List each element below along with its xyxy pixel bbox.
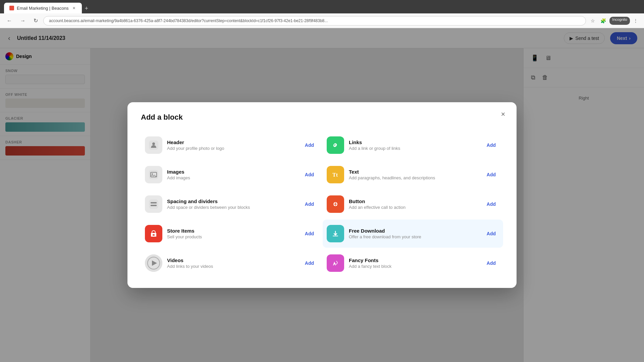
svg-rect-8 bbox=[149, 199, 158, 209]
images-block-info: Images Add images bbox=[167, 169, 297, 180]
fancy-block-info: Fancy Fonts Add a fancy text block bbox=[349, 257, 479, 269]
block-item-text[interactable]: Tt Text Add paragraphs, headlines, and d… bbox=[323, 161, 503, 189]
block-item-videos[interactable]: Videos Add links to your videos Add bbox=[141, 249, 321, 277]
forward-nav-btn[interactable]: → bbox=[17, 16, 28, 25]
images-block-desc: Add images bbox=[167, 175, 297, 180]
modal-overlay[interactable]: Add a block × Header Add your profile ph… bbox=[0, 28, 644, 362]
toolbar-icons: ☆ 🧩 Incognito ⋮ bbox=[589, 17, 640, 25]
spacing-block-name: Spacing and dividers bbox=[167, 198, 297, 204]
svg-rect-15 bbox=[153, 234, 155, 236]
block-item-fancy[interactable]: Fancy Fonts Add a fancy text block Add bbox=[323, 249, 503, 277]
button-block-name: Button bbox=[349, 198, 479, 204]
active-tab[interactable]: Email Marketing | Beacons ✕ bbox=[4, 3, 82, 13]
images-block-icon bbox=[145, 166, 162, 183]
text-block-icon: Tt bbox=[327, 166, 344, 183]
videos-block-desc: Add links to your videos bbox=[167, 264, 297, 269]
svg-point-5 bbox=[152, 173, 153, 175]
header-block-name: Header bbox=[167, 139, 297, 145]
svg-rect-10 bbox=[151, 205, 157, 206]
videos-block-name: Videos bbox=[167, 257, 297, 263]
videos-block-icon bbox=[145, 254, 162, 272]
spacing-block-info: Spacing and dividers Add space or divide… bbox=[167, 198, 297, 210]
button-block-info: Button Add an effective call to action bbox=[349, 198, 479, 210]
fancy-block-name: Fancy Fonts bbox=[349, 257, 479, 263]
spacing-add-button[interactable]: Add bbox=[302, 199, 317, 209]
address-bar[interactable]: account.beacons.ai/email-marketing/9a4b8… bbox=[43, 16, 586, 25]
links-block-desc: Add a link or group of links bbox=[349, 146, 479, 151]
free-download-block-desc: Offer a free download from your store bbox=[349, 234, 479, 239]
spacing-block-icon bbox=[145, 195, 162, 213]
header-block-desc: Add your profile photo or logo bbox=[167, 146, 297, 151]
videos-add-button[interactable]: Add bbox=[302, 258, 317, 268]
store-block-icon bbox=[145, 225, 162, 242]
bookmark-btn[interactable]: ☆ bbox=[589, 17, 597, 25]
text-block-desc: Add paragraphs, headlines, and descripti… bbox=[349, 175, 479, 180]
block-item-free-download[interactable]: Free Download Offer a free download from… bbox=[323, 220, 503, 248]
button-block-icon bbox=[327, 195, 344, 213]
svg-rect-21 bbox=[331, 258, 340, 268]
free-download-add-button[interactable]: Add bbox=[483, 229, 499, 238]
text-add-button[interactable]: Add bbox=[483, 170, 499, 179]
url-text: account.beacons.ai/email-marketing/9a4b8… bbox=[49, 18, 328, 23]
incognito-badge: Incognito bbox=[609, 17, 630, 25]
block-item-store[interactable]: Store Items Sell your products Add bbox=[141, 220, 321, 248]
block-item-header[interactable]: Header Add your profile photo or logo Ad… bbox=[141, 131, 321, 159]
images-block-name: Images bbox=[167, 169, 297, 175]
reload-btn[interactable]: ↻ bbox=[31, 16, 41, 25]
svg-point-1 bbox=[152, 142, 155, 145]
header-add-button[interactable]: Add bbox=[302, 140, 317, 150]
button-add-button[interactable]: Add bbox=[483, 199, 499, 209]
modal-close-button[interactable]: × bbox=[498, 109, 508, 120]
extension-btn[interactable]: 🧩 bbox=[598, 17, 608, 25]
tab-close-btn[interactable]: ✕ bbox=[71, 5, 76, 11]
links-add-button[interactable]: Add bbox=[483, 140, 499, 150]
free-download-block-name: Free Download bbox=[349, 228, 479, 234]
block-item-links[interactable]: Links Add a link or group of links Add bbox=[323, 131, 503, 159]
free-download-block-icon bbox=[327, 225, 344, 242]
text-block-info: Text Add paragraphs, headlines, and desc… bbox=[349, 169, 479, 180]
browser-chrome: Email Marketing | Beacons ✕ + bbox=[0, 0, 644, 13]
add-block-modal: Add a block × Header Add your profile ph… bbox=[127, 102, 517, 288]
links-block-icon bbox=[327, 136, 344, 154]
menu-btn[interactable]: ⋮ bbox=[631, 17, 640, 25]
store-block-name: Store Items bbox=[167, 228, 297, 234]
browser-tabs: Email Marketing | Beacons ✕ + bbox=[4, 0, 91, 13]
svg-rect-9 bbox=[151, 202, 157, 203]
header-block-icon bbox=[145, 136, 162, 154]
free-download-block-info: Free Download Offer a free download from… bbox=[349, 228, 479, 239]
block-item-spacing[interactable]: Spacing and dividers Add space or divide… bbox=[141, 190, 321, 218]
modal-title: Add a block bbox=[141, 113, 503, 122]
svg-text:Tt: Tt bbox=[332, 172, 338, 178]
tab-title: Email Marketing | Beacons bbox=[17, 6, 68, 11]
new-tab-button[interactable]: + bbox=[82, 4, 91, 13]
block-item-images[interactable]: Images Add images Add bbox=[141, 161, 321, 189]
block-item-button[interactable]: Button Add an effective call to action A… bbox=[323, 190, 503, 218]
store-block-desc: Sell your products bbox=[167, 234, 297, 239]
fancy-block-desc: Add a fancy text block bbox=[349, 264, 479, 269]
browser-toolbar: ← → ↻ account.beacons.ai/email-marketing… bbox=[0, 13, 644, 28]
links-block-info: Links Add a link or group of links bbox=[349, 139, 479, 151]
tab-favicon bbox=[9, 6, 14, 10]
links-block-name: Links bbox=[349, 139, 479, 145]
spacing-block-desc: Add space or dividers between your block… bbox=[167, 205, 297, 210]
videos-block-info: Videos Add links to your videos bbox=[167, 257, 297, 269]
store-add-button[interactable]: Add bbox=[302, 229, 317, 238]
header-block-info: Header Add your profile photo or logo bbox=[167, 139, 297, 151]
button-block-desc: Add an effective call to action bbox=[349, 205, 479, 210]
fancy-add-button[interactable]: Add bbox=[483, 258, 499, 268]
text-block-name: Text bbox=[349, 169, 479, 175]
fancy-block-icon bbox=[327, 254, 344, 272]
images-add-button[interactable]: Add bbox=[302, 170, 317, 179]
back-nav-btn[interactable]: ← bbox=[4, 16, 15, 25]
block-grid: Header Add your profile photo or logo Ad… bbox=[141, 131, 503, 277]
store-block-info: Store Items Sell your products bbox=[167, 228, 297, 239]
